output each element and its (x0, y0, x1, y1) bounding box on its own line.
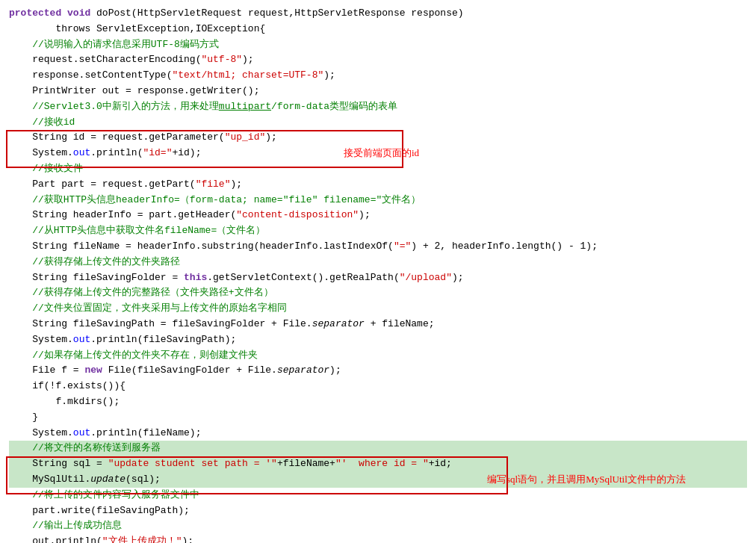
code-line-3: //说明输入的请求信息采用UTF-8编码方式 (9, 37, 747, 53)
code-line-28: System.out.println(fileName); (9, 426, 747, 441)
code-line-16: String fileName = headerInfo.substring(h… (9, 239, 747, 255)
code-lines: protected void doPost(HttpServletRequest… (9, 6, 747, 543)
code-line-12: Part part = request.getPart("file"); (9, 177, 747, 193)
code-line-26: f.mkdirs(); (9, 394, 747, 410)
code-line-21: String fileSavingPath = fileSavingFolder… (9, 317, 747, 332)
code-line-33: part.write(fileSavingPath); (9, 503, 747, 519)
annotation-sql: 编写sql语句，并且调用MySqlUtil文件中的方法 (487, 472, 686, 488)
code-line-6: PrintWriter out = response.getWriter(); (9, 84, 747, 99)
code-line-23: //如果存储上传文件的文件夹不存在，则创建文件夹 (9, 348, 747, 364)
code-line-32: //将上传的文件内容写入服务器文件中 (9, 488, 747, 503)
code-line-8: //接收id (9, 115, 747, 131)
code-line-25: if(!f.exists()){ (9, 379, 747, 394)
code-line-5: response.setContentType("text/html; char… (9, 68, 747, 84)
code-line-24: File f = new File(fileSavingFolder + Fil… (9, 363, 747, 379)
code-line-34: //输出上传成功信息 (9, 518, 747, 534)
code-line-7: //Servlet3.0中新引入的方法，用来处理multipart/form-d… (9, 99, 747, 115)
code-editor: protected void doPost(HttpServletRequest… (0, 0, 756, 543)
code-line-2: throws ServletException,IOException{ (9, 22, 747, 37)
code-line-19: //获得存储上传文件的完整路径（文件夹路径+文件名） (9, 285, 747, 301)
code-line-15: //从HTTP头信息中获取文件名fileName=（文件名） (9, 223, 747, 239)
code-line-30: String sql = "update student set path = … (9, 456, 747, 472)
code-line-18: String fileSavingFolder = this.getServle… (9, 270, 747, 286)
code-line-11: //接收文件 (9, 161, 747, 177)
code-line-35: out.println("文件上传成功！"); (9, 534, 747, 543)
code-line-10: System.out.println("id="+id); 接受前端页面的id (9, 146, 747, 161)
code-line-17: //获得存储上传文件的文件夹路径 (9, 255, 747, 270)
code-line-20: //文件夹位置固定，文件夹采用与上传文件的原始名字相同 (9, 301, 747, 317)
code-line-29: //将文件的名称传送到服务器 (9, 441, 747, 456)
code-line-31: MySqlUtil.update(sql); 编写sql语句，并且调用MySql… (9, 472, 747, 488)
annotation-id: 接受前端页面的id (344, 146, 419, 161)
code-line-27: } (9, 410, 747, 426)
code-line-4: request.setCharacterEncoding("utf-8"); (9, 52, 747, 68)
code-line-9: String id = request.getParameter("up_id"… (9, 130, 747, 146)
code-line-13: //获取HTTP头信息headerInfo=（form-data; name="… (9, 193, 747, 208)
code-line-22: System.out.println(fileSavingPath); (9, 332, 747, 348)
code-line-1: protected void doPost(HttpServletRequest… (9, 6, 747, 22)
code-line-14: String headerInfo = part.getHeader("cont… (9, 208, 747, 223)
